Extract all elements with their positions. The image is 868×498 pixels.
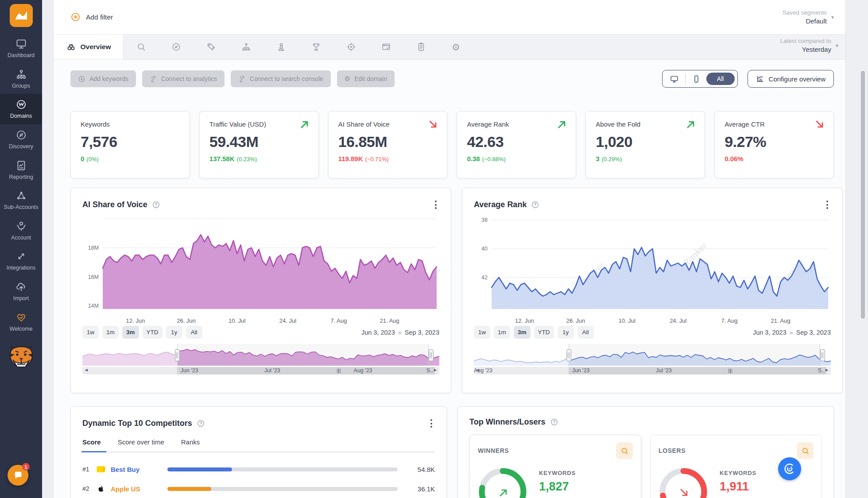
range-ytd[interactable]: YTD [534, 326, 554, 339]
sidebar-item-integrations[interactable]: Integrations [0, 246, 42, 276]
kpi-row: Keywords 7,576 0(0%) Traffic Value (USD)… [70, 111, 834, 178]
configure-overview-button[interactable]: Configure overview [748, 70, 834, 88]
winners-losers-panel: Top Winners/Losers WINNERS [457, 406, 834, 498]
help-icon[interactable] [152, 201, 160, 209]
trophy-icon [311, 42, 321, 52]
sidebar-item-label: Reporting [9, 174, 33, 181]
reporting-icon [16, 160, 27, 171]
range-1m[interactable]: 1m [102, 326, 119, 339]
nav-selection[interactable] [569, 344, 820, 366]
nav-handle-right[interactable] [429, 349, 434, 361]
sidebar-item-import[interactable]: Import [0, 276, 42, 307]
tab-settings[interactable]: ⚙ [438, 35, 473, 59]
sidebar-item-dashboard[interactable]: Dashboard [0, 33, 42, 64]
tab-site-audit[interactable] [368, 35, 403, 59]
scroll-thumb[interactable] [177, 367, 435, 374]
range-1w[interactable]: 1w [82, 326, 99, 339]
scroll-thumb[interactable] [569, 367, 827, 374]
scroll-right-arrow[interactable]: ► [825, 367, 829, 372]
range-1y[interactable]: 1y [558, 326, 574, 339]
svg-text:7. Aug: 7. Aug [330, 317, 347, 324]
range-all[interactable]: All [186, 326, 202, 339]
competitors-tabs: Score Score over time Ranks [82, 438, 435, 452]
nav-selection[interactable] [177, 344, 429, 366]
tab-tags[interactable] [194, 35, 229, 59]
competitor-link[interactable]: Best Buy [111, 466, 167, 473]
sidebar-item-sub-accounts[interactable]: Sub-Accounts [0, 185, 42, 216]
edit-domain-button[interactable]: ⚙ Edit domain [337, 70, 395, 87]
tab-ranks[interactable]: Ranks [181, 438, 200, 446]
device-all-option[interactable]: All [706, 73, 735, 85]
tab-score[interactable]: Score [82, 438, 101, 446]
sub-accounts-icon [16, 190, 27, 201]
tab-notes[interactable] [403, 35, 438, 59]
sidebar-item-domains[interactable]: Domains [0, 94, 42, 124]
sidebar-item-label: Account [11, 235, 31, 242]
mobile-icon[interactable] [692, 74, 701, 84]
sidebar-item-groups[interactable]: Groups [0, 64, 42, 94]
svg-text:24. Jul: 24. Jul [670, 317, 686, 324]
help-icon[interactable] [550, 418, 558, 426]
device-toggle: All [662, 70, 738, 88]
winners-zoom-button[interactable] [616, 442, 633, 459]
help-icon[interactable] [197, 419, 205, 428]
rank-range-row: 1w 1m 3m YTD 1y All Jun 3, 2023»Sep 3, 2… [474, 326, 831, 339]
kebab-menu-icon[interactable] [432, 199, 439, 211]
sidebar-item-discovery[interactable]: Discovery [0, 124, 42, 155]
page-scrollbar-thumb[interactable] [861, 71, 865, 319]
nav-handle-left[interactable] [175, 349, 180, 361]
range-all[interactable]: All [577, 326, 594, 339]
kebab-menu-icon[interactable] [428, 417, 435, 429]
apple-favicon [96, 484, 106, 494]
range-3m[interactable]: 3m [122, 326, 139, 339]
integrations-icon [16, 251, 27, 262]
range-3m[interactable]: 3m [514, 326, 531, 339]
search-icon [136, 42, 146, 52]
competitor-link[interactable]: Apple US [111, 485, 167, 493]
app-logo[interactable] [10, 4, 33, 27]
tab-rankings[interactable] [298, 35, 333, 59]
add-keywords-button[interactable]: Add keywords [70, 70, 136, 87]
tab-discovery[interactable] [159, 35, 194, 59]
tab-competitors[interactable] [264, 35, 298, 59]
sidebar-item-welcome[interactable]: Welcome [0, 307, 42, 337]
nav-handle-right[interactable] [820, 349, 825, 361]
range-ytd[interactable]: YTD [143, 326, 163, 339]
accessibility-widget-button[interactable] [778, 457, 801, 480]
range-1y[interactable]: 1y [166, 326, 182, 339]
score-bar [167, 487, 398, 491]
domains-icon [16, 99, 27, 110]
kebab-menu-icon[interactable] [824, 199, 831, 211]
sidebar-item-label: Dashboard [8, 52, 35, 59]
tab-target[interactable] [333, 35, 368, 59]
svg-text:12. Jun: 12. Jun [126, 317, 145, 324]
range-1w[interactable]: 1w [474, 326, 490, 339]
desktop-icon[interactable] [670, 74, 679, 84]
saved-segments-dropdown[interactable]: Saved segments Default ▾ [782, 9, 834, 25]
trend-up-icon [685, 119, 697, 130]
tab-sitemap[interactable] [229, 35, 264, 59]
help-icon[interactable] [531, 201, 539, 209]
sidebar-item-reporting[interactable]: Reporting [0, 155, 42, 185]
plus-circle-icon [78, 75, 85, 83]
tab-score-over-time[interactable]: Score over time [118, 438, 164, 446]
date-range: Jun 3, 2023»Sep 3, 2023 [753, 329, 831, 336]
scroll-right-arrow[interactable]: ► [433, 367, 438, 372]
kpi-card-traffic-value: Traffic Value (USD) 59.43M 137.58K(0.23%… [199, 111, 319, 178]
losers-zoom-button[interactable] [797, 442, 814, 459]
chat-bubble-button[interactable]: 1 [8, 465, 28, 486]
compare-dropdown[interactable]: Latest compared to Yesterday ▾ [780, 38, 838, 53]
tab-overview[interactable]: Overview [54, 35, 124, 59]
connect-analytics-button[interactable]: Connect to analytics [142, 70, 225, 87]
add-filter-button[interactable]: Add filter [70, 12, 113, 22]
chevron-down-icon: ▾ [831, 14, 834, 20]
add-filter-label: Add filter [86, 13, 113, 21]
svg-text:16M: 16M [88, 274, 99, 280]
mascot-tiger [8, 344, 35, 370]
sidebar-item-account[interactable]: Account [0, 216, 42, 246]
nav-handle-left[interactable] [566, 349, 571, 361]
scroll-left-arrow[interactable]: ◄ [84, 367, 89, 372]
tab-keyword-search[interactable] [124, 35, 159, 59]
range-1m[interactable]: 1m [494, 326, 510, 339]
connect-search-console-button[interactable]: Connect to search console [231, 70, 331, 87]
